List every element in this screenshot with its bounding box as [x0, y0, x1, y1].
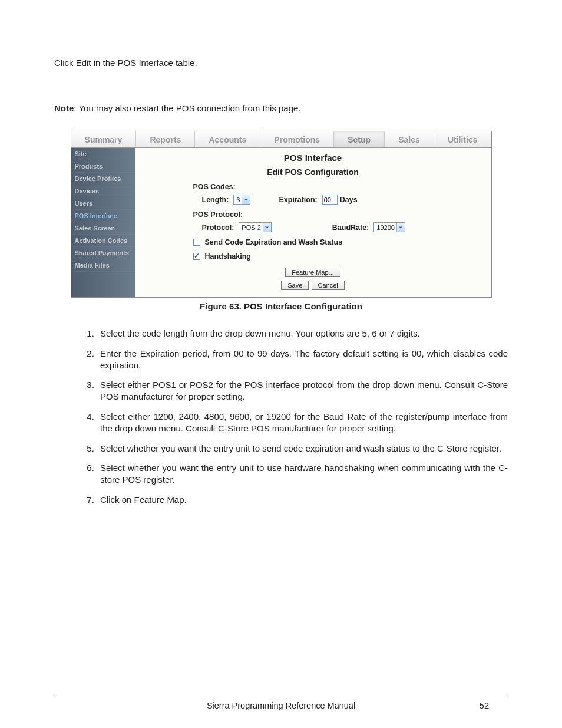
send-code-checkbox[interactable] [193, 239, 200, 246]
tab-promotions[interactable]: Promotions [260, 131, 334, 147]
note-text: : You may also restart the POS connectio… [74, 103, 300, 113]
cancel-button[interactable]: Cancel [312, 281, 345, 290]
step-3: Select either POS1 or POS2 for the POS i… [97, 379, 508, 403]
chevron-down-icon [396, 223, 405, 232]
length-label: Length: [202, 196, 229, 204]
expiration-input[interactable] [322, 195, 338, 205]
step-7: Click on Feature Map. [97, 494, 508, 506]
pos-protocol-label: POS Protocol: [193, 210, 489, 219]
baudrate-value: 19200 [376, 224, 395, 231]
save-button[interactable]: Save [281, 281, 309, 290]
pos-codes-label: POS Codes: [193, 183, 489, 191]
sidebar-item-pos-interface[interactable]: POS Interface [71, 210, 135, 222]
baudrate-select[interactable]: 19200 [373, 222, 405, 232]
sidebar-item-sales-screen[interactable]: Sales Screen [71, 222, 135, 235]
expiration-label: Expiration: [279, 196, 317, 204]
steps-list: Select the code length from the drop dow… [54, 328, 508, 506]
main-panel: POS Interface Edit POS Configuration POS… [135, 148, 491, 297]
protocol-value: POS 2 [242, 224, 260, 231]
chevron-down-icon [242, 195, 250, 204]
footer-page-number: 52 [480, 701, 489, 710]
sidebar-item-devices[interactable]: Devices [71, 185, 135, 197]
sidebar-item-shared-payments[interactable]: Shared Payments [71, 247, 135, 259]
sidebar-item-device-profiles[interactable]: Device Profiles [71, 173, 135, 185]
page-footer: Sierra Programming Reference Manual 52 [54, 697, 508, 710]
tab-accounts[interactable]: Accounts [195, 131, 260, 147]
tab-row: Summary Reports Accounts Promotions Setu… [71, 131, 491, 148]
figure-caption: Figure 63. POS Interface Configuration [54, 301, 508, 311]
sidebar-item-users[interactable]: Users [71, 197, 135, 210]
step-5: Select whether you want the entry unit t… [97, 443, 508, 454]
step-6: Select whether you want the entry unit t… [97, 462, 508, 486]
sidebar-item-media-files[interactable]: Media Files [71, 259, 135, 272]
send-code-label: Send Code Expiration and Wash Status [205, 238, 343, 246]
intro-text: Click Edit in the POS Interface table. [54, 58, 508, 68]
protocol-select[interactable]: POS 2 [239, 222, 271, 232]
step-1: Select the code length from the drop dow… [97, 328, 508, 340]
protocol-label: Protocol: [202, 223, 234, 232]
app-window: Summary Reports Accounts Promotions Setu… [71, 131, 492, 298]
tab-reports[interactable]: Reports [136, 131, 195, 147]
chevron-down-icon [263, 223, 271, 232]
handshaking-checkbox[interactable] [193, 253, 200, 260]
sidebar-item-products[interactable]: Products [71, 160, 135, 173]
tab-utilities[interactable]: Utilities [434, 131, 491, 147]
tab-summary[interactable]: Summary [71, 131, 137, 147]
panel-title: POS Interface [137, 153, 489, 163]
step-4: Select either 1200, 2400. 4800, 9600, or… [97, 411, 508, 434]
sidebar: Site Products Device Profiles Devices Us… [71, 148, 135, 297]
sidebar-item-activation-codes[interactable]: Activation Codes [71, 235, 135, 247]
days-label: Days [340, 196, 358, 204]
length-select[interactable]: 6 [233, 195, 250, 205]
footer-title: Sierra Programming Reference Manual [207, 701, 355, 710]
note-line: Note: You may also restart the POS conne… [54, 103, 508, 113]
step-2: Enter the Expiration period, from 00 to … [97, 348, 508, 371]
panel-subtitle: Edit POS Configuration [137, 167, 489, 177]
handshaking-label: Handshaking [205, 252, 252, 261]
baudrate-label: BaudRate: [332, 223, 369, 232]
sidebar-item-site[interactable]: Site [71, 148, 135, 160]
length-value: 6 [236, 196, 240, 203]
tab-setup[interactable]: Setup [334, 131, 385, 147]
tab-sales[interactable]: Sales [385, 131, 434, 147]
note-label: Note [54, 103, 74, 113]
feature-map-button[interactable]: Feature Map... [285, 268, 340, 277]
